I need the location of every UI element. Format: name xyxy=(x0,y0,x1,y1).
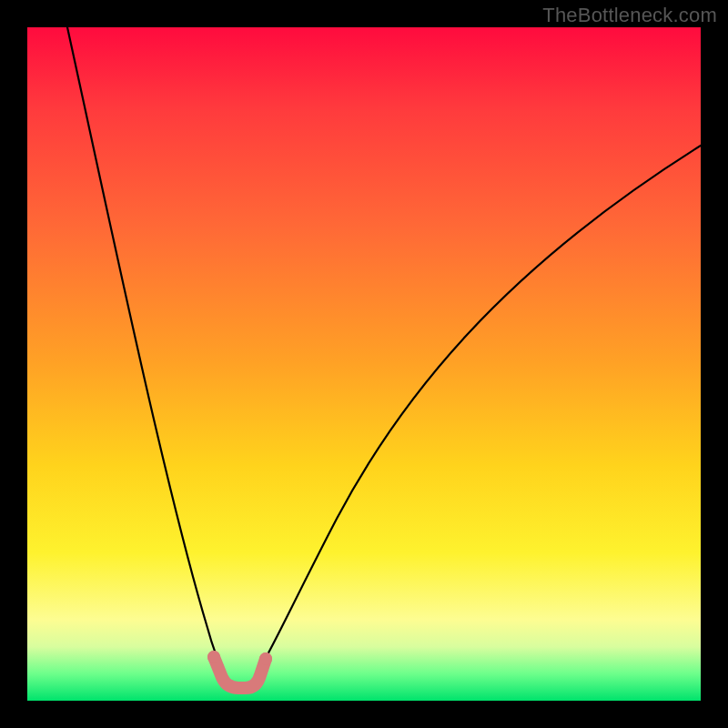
watermark-text: TheBottleneck.com xyxy=(542,4,717,27)
curve-left-branch xyxy=(67,27,226,677)
curve-right-branch xyxy=(255,146,701,677)
trough-dot-right xyxy=(259,652,272,665)
plot-area xyxy=(27,27,701,701)
chart-stage: TheBottleneck.com xyxy=(0,0,728,728)
curve-layer xyxy=(27,27,701,701)
trough-dot-left xyxy=(207,651,220,663)
optimal-trough-marker xyxy=(214,657,266,688)
